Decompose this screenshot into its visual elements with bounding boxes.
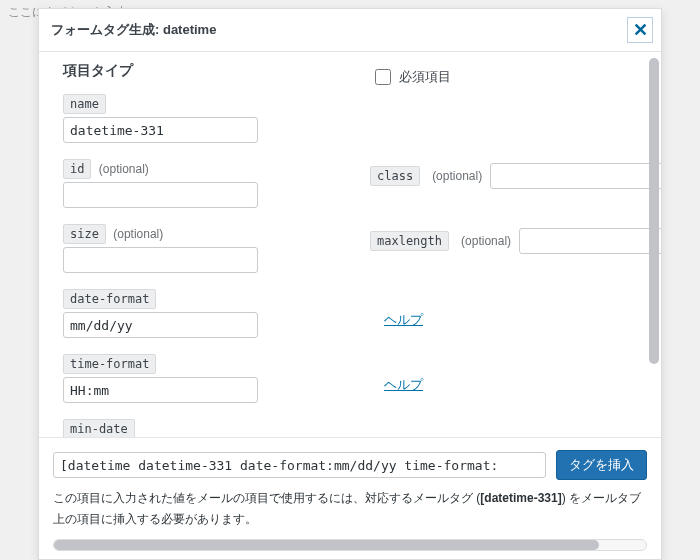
date-format-help-link[interactable]: ヘルプ (384, 312, 423, 327)
id-input[interactable] (63, 182, 258, 208)
footer-note: この項目に入力された値をメールの項目で使用するには、対応するメールタグ ([da… (53, 488, 647, 529)
id-label: id (optional) (63, 159, 336, 179)
modal-footer: タグを挿入 この項目に入力された値をメールの項目で使用するには、対応するメールタ… (39, 437, 661, 559)
section-title: 項目タイプ (63, 62, 331, 80)
close-icon: ✕ (633, 21, 648, 39)
maxlength-input[interactable] (519, 228, 661, 254)
date-format-label: date-format (63, 289, 336, 309)
scrollbar-thumb[interactable] (649, 58, 659, 364)
size-label: size (optional) (63, 224, 336, 244)
time-format-help-link[interactable]: ヘルプ (384, 377, 423, 392)
required-label: 必須項目 (399, 68, 451, 86)
class-label: class (370, 166, 420, 186)
form-tag-generator-modal: フォームタグ生成: datetime ✕ 項目タイプ 必須項目 name (38, 8, 662, 560)
modal-scroll-area[interactable]: 項目タイプ 必須項目 name id (optional) (39, 52, 661, 437)
time-format-input[interactable] (63, 377, 258, 403)
modal-title: フォームタグ生成: datetime (51, 21, 216, 39)
min-date-label: min-date (63, 419, 336, 437)
insert-tag-button[interactable]: タグを挿入 (556, 450, 647, 480)
scrollbar-vertical[interactable] (649, 58, 659, 431)
time-format-label: time-format (63, 354, 336, 374)
modal-header: フォームタグ生成: datetime ✕ (39, 9, 661, 52)
modal-body: 項目タイプ 必須項目 name id (optional) (39, 52, 661, 437)
class-input[interactable] (490, 163, 661, 189)
name-input[interactable] (63, 117, 258, 143)
maxlength-label: maxlength (370, 231, 449, 251)
name-label: name (63, 94, 336, 114)
date-format-input[interactable] (63, 312, 258, 338)
scrollbar-horizontal[interactable] (53, 539, 647, 551)
required-checkbox[interactable] (375, 69, 391, 85)
close-button[interactable]: ✕ (627, 17, 653, 43)
tag-output[interactable] (53, 452, 546, 478)
scrollbar-thumb-horizontal[interactable] (54, 540, 599, 550)
size-input[interactable] (63, 247, 258, 273)
